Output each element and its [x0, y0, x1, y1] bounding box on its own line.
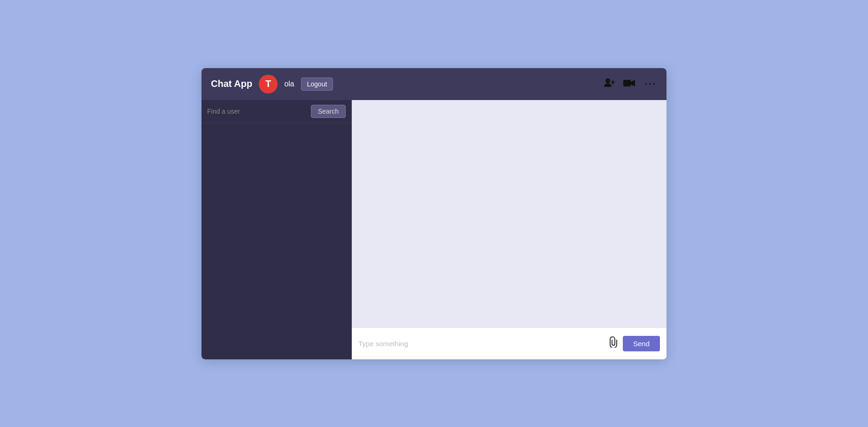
chat-area: Send	[352, 100, 666, 359]
search-bar: Search	[202, 100, 351, 123]
find-user-input[interactable]	[207, 108, 307, 115]
search-button[interactable]: Search	[311, 105, 346, 118]
logout-button[interactable]: Logout	[301, 78, 333, 91]
main-body: Search Send	[202, 100, 666, 359]
more-options-icon[interactable]: ⋯	[644, 77, 657, 91]
avatar: T	[259, 75, 278, 93]
video-call-icon[interactable]	[623, 78, 636, 90]
message-input-area: Send	[352, 327, 666, 359]
send-button[interactable]: Send	[623, 336, 660, 351]
app-container: Chat App T ola Logout	[202, 68, 666, 359]
conversation-list	[202, 123, 351, 359]
message-input[interactable]	[358, 340, 604, 348]
username-label: ola	[284, 80, 294, 88]
header-left: Chat App T ola Logout	[211, 75, 333, 93]
attach-icon[interactable]	[609, 336, 618, 350]
svg-rect-3	[623, 80, 631, 86]
header: Chat App T ola Logout	[202, 68, 666, 100]
messages-container	[352, 100, 666, 327]
sidebar: Search	[202, 100, 352, 359]
header-right: ⋯	[604, 77, 657, 91]
add-user-icon[interactable]	[604, 78, 615, 91]
app-title: Chat App	[211, 78, 252, 89]
svg-point-0	[605, 78, 610, 83]
